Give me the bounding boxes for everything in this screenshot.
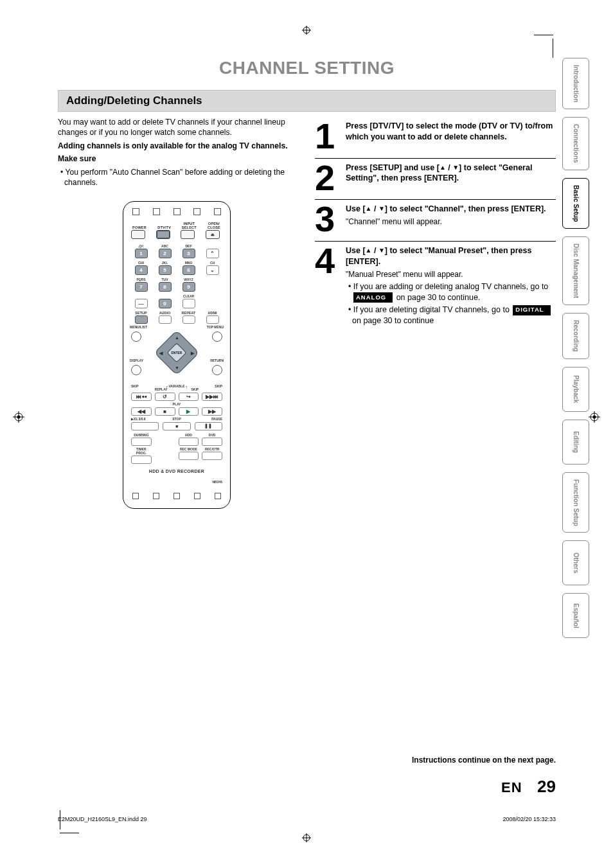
step-number: 1 xyxy=(315,121,341,152)
down-arrow-icon: ▼ xyxy=(378,205,385,212)
remote-pause-label: PAUSE xyxy=(195,417,222,421)
remote-sq xyxy=(215,493,221,499)
step-3-text: Use [▲ / ▼] to select "Channel", then pr… xyxy=(346,204,546,215)
tab-espanol[interactable]: Español xyxy=(562,593,589,638)
tab-function-setup[interactable]: Function Setup xyxy=(562,472,589,533)
digital-badge: DIGITAL xyxy=(513,305,550,315)
remote-key-4: 4 xyxy=(135,265,148,275)
remote-key-6: 6 xyxy=(182,265,195,275)
step-4: 4 Use [▲ / ▼] to select "Manual Preset",… xyxy=(315,242,556,335)
remote-return-button xyxy=(212,365,222,375)
tab-playback[interactable]: Playback xyxy=(562,367,589,412)
page-lang: EN xyxy=(501,779,522,795)
remote-key-dash: — xyxy=(135,299,148,308)
remote-power-button xyxy=(131,230,145,239)
intro-text: You may want to add or delete TV channel… xyxy=(58,117,289,188)
remote-return-label: RETURN xyxy=(210,359,224,362)
remote-dubbing-button xyxy=(131,438,152,446)
remote-dvd-label: DVD xyxy=(202,433,222,437)
tab-connections[interactable]: Connections xyxy=(562,117,589,170)
step-1: 1 Press [DTV/TV] to select the mode (DTV… xyxy=(315,117,556,159)
remote-skipfwd-var: ↪ xyxy=(179,393,199,401)
step-2-text: Press [SETUP] and use [▲ / ▼] to select … xyxy=(346,163,556,184)
remote-timer-label: TIMER PROG. xyxy=(131,447,152,455)
remote-pause-button: ❚❚ xyxy=(195,422,222,430)
remote-input-button xyxy=(181,230,195,239)
remote-var-label: VARIABLE xyxy=(168,384,184,388)
kp-lbl: .@/: xyxy=(131,244,151,248)
remote-sq xyxy=(132,493,139,499)
remote-key-2: 2 xyxy=(159,249,172,258)
remote-rew: ◀◀ xyxy=(131,407,152,416)
remote-input-label: INPUT SELECT xyxy=(181,222,197,229)
step-4-sub: "Manual Preset" menu will appear. xyxy=(346,269,556,279)
remote-stop-button: ■ xyxy=(163,422,190,430)
remote-sq xyxy=(214,208,221,215)
remote-sq xyxy=(153,493,159,499)
remote-var-skip2: SKIP xyxy=(215,384,222,388)
down-arrow-icon: ▼ xyxy=(452,164,459,171)
step-4-li2: • If you are deleting digital TV channel… xyxy=(346,305,556,326)
intro-p3: Make sure xyxy=(58,154,289,164)
remote-key-0: 0 xyxy=(159,299,172,308)
kp-lbl: GHI xyxy=(131,261,151,265)
page-footer: EN 29 xyxy=(501,777,556,797)
page-title: CHANNEL SETTING xyxy=(58,58,556,78)
intro-p1: You may want to add or delete TV channel… xyxy=(58,117,289,138)
remote-eject-button: ⏏ xyxy=(206,230,220,239)
up-arrow-icon: ▲ xyxy=(366,247,372,254)
remote-recotr-button xyxy=(202,452,222,460)
registration-mark-right xyxy=(589,411,600,423)
remote-setup-label: SETUP xyxy=(131,311,151,315)
analog-badge: ANALOG xyxy=(353,292,393,303)
remote-skipback: ⏮◀◀ xyxy=(131,393,152,401)
remote-power-label: POWER xyxy=(131,226,148,229)
tab-recording[interactable]: Recording xyxy=(562,313,589,359)
remote-dubbing-label: DUBBING xyxy=(131,433,152,437)
remote-var-skip: SKIP xyxy=(131,384,139,388)
remote-brand-text: HDD & DVD RECORDER xyxy=(129,469,225,474)
tab-basic-setup[interactable]: Basic Setup xyxy=(562,178,589,229)
registration-mark-top xyxy=(302,26,311,35)
print-footer: E2M20UD_H2160SL9_EN.indd 29 2008/02/20 1… xyxy=(58,816,556,822)
remote-repeat-label: REPEAT xyxy=(179,311,199,315)
remote-dvd-button xyxy=(202,438,222,446)
remote-recmode-label: REC MODE xyxy=(179,447,199,451)
down-arrow-icon: ▼ xyxy=(378,247,385,254)
remote-key-8: 8 xyxy=(159,282,172,292)
kp-lbl: MNO xyxy=(179,261,199,265)
tab-editing[interactable]: Editing xyxy=(562,420,589,465)
remote-recmode-button xyxy=(179,452,199,460)
remote-model-text: NB345 xyxy=(129,480,225,484)
step-number: 2 xyxy=(315,163,341,193)
tab-others[interactable]: Others xyxy=(562,540,589,585)
remote-var-skip3: SKIP xyxy=(191,387,199,391)
up-arrow-icon: ▲ xyxy=(440,164,446,171)
tab-introduction[interactable]: Introduction xyxy=(562,58,589,109)
kp-lbl: DEF xyxy=(179,244,199,248)
remote-dtvtv-label: DTV/TV xyxy=(156,226,173,229)
remote-ch-down: ⌄ xyxy=(206,265,219,275)
continue-note: Instructions continue on the next page. xyxy=(412,756,556,765)
remote-audio-label: AUDIO xyxy=(155,311,175,315)
step-1-text: Press [DTV/TV] to select the mode (DTV o… xyxy=(346,121,556,143)
remote-skipfwd: ▶▶⏭ xyxy=(202,393,222,401)
remote-key-1: 1 xyxy=(135,249,148,258)
remote-x13-label: ▶X1.3/0.8 xyxy=(131,417,159,421)
intro-p4: • You perform "Auto Channel Scan" before… xyxy=(58,167,289,188)
remote-display-button xyxy=(131,365,141,375)
tab-disc-management[interactable]: Disc Management xyxy=(562,236,589,305)
remote-sq xyxy=(173,493,180,499)
remote-x13-button xyxy=(131,422,159,430)
remote-dtvtv-button xyxy=(156,230,170,239)
remote-menulist-button xyxy=(131,332,141,342)
remote-sq xyxy=(193,208,200,215)
remote-hdd-button xyxy=(179,438,199,446)
remote-key-7: 7 xyxy=(135,282,148,292)
remote-play-label: PLAY xyxy=(129,402,225,406)
step-2: 2 Press [SETUP] and use [▲ / ▼] to selec… xyxy=(315,159,556,200)
nav-left-icon: ◀ xyxy=(159,351,163,356)
kp-lbl-clear: CLEAR xyxy=(179,294,199,298)
remote-hdmi-button xyxy=(206,315,219,324)
step-3-sub: "Channel" menu will appear. xyxy=(346,217,546,227)
